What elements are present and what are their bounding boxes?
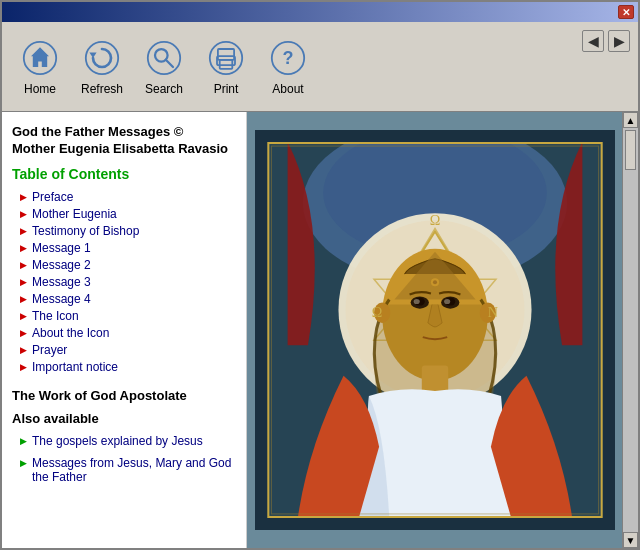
search-label: Search [145,82,183,96]
main-title: God the Father Messages © [12,124,236,139]
svg-point-24 [432,280,436,284]
forward-arrow[interactable]: ▶ [608,30,630,52]
svg-text:Ν: Ν [487,304,497,320]
scrollbar-track [623,128,638,532]
toolbar: Home Refresh Search [2,22,638,112]
about-label: About [272,82,303,96]
print-icon [206,38,246,78]
print-button[interactable]: Print [196,28,256,106]
svg-marker-3 [89,52,96,57]
svg-text:?: ? [283,48,294,68]
home-label: Home [24,82,56,96]
about-button[interactable]: ? About [258,28,318,106]
svg-point-29 [413,299,419,304]
svg-point-4 [148,41,180,73]
scrollbar: ▲ ▼ [622,112,638,548]
also-item-gospels[interactable]: The gospels explained by Jesus [20,434,236,448]
toc-list: Preface Mother Eugenia Testimony of Bish… [20,190,236,374]
about-icon: ? [268,38,308,78]
toc-item-message2[interactable]: Message 2 [20,258,236,272]
toc-item-testimony[interactable]: Testimony of Bishop [20,224,236,238]
toc-item-message4[interactable]: Message 4 [20,292,236,306]
svg-line-6 [166,59,173,66]
right-panel: Ω Ω Ν [247,112,622,548]
image-frame: Ω Ω Ν [255,130,615,530]
navigation-arrows: ◀ ▶ [582,30,630,52]
title-bar: ✕ [2,2,638,22]
left-panel: God the Father Messages © Mother Eugenia… [2,112,247,548]
home-icon [20,38,60,78]
main-window: ✕ Home Refresh [0,0,640,550]
refresh-button[interactable]: Refresh [72,28,132,106]
also-available-label: Also available [12,411,236,426]
toc-item-message3[interactable]: Message 3 [20,275,236,289]
subtitle: Mother Eugenia Elisabetta Ravasio [12,141,236,156]
refresh-icon [82,38,122,78]
back-arrow[interactable]: ◀ [582,30,604,52]
scrollbar-up-button[interactable]: ▲ [623,112,638,128]
search-icon [144,38,184,78]
section-label: The Work of God Apostolate [12,388,236,403]
toc-item-mother-eugenia[interactable]: Mother Eugenia [20,207,236,221]
print-label: Print [214,82,239,96]
toc-item-important[interactable]: Important notice [20,360,236,374]
scrollbar-thumb[interactable] [625,130,636,170]
scrollbar-down-button[interactable]: ▼ [623,532,638,548]
toc-item-about-icon[interactable]: About the Icon [20,326,236,340]
toc-item-icon[interactable]: The Icon [20,309,236,323]
svg-text:Ω: Ω [429,212,440,228]
close-button[interactable]: ✕ [618,5,634,19]
refresh-label: Refresh [81,82,123,96]
also-list: The gospels explained by Jesus Messages … [20,434,236,484]
search-button[interactable]: Search [134,28,194,106]
svg-text:Ω: Ω [371,304,382,320]
also-item-messages[interactable]: Messages from Jesus, Mary and God the Fa… [20,456,236,484]
svg-rect-8 [218,49,234,60]
icon-image: Ω Ω Ν [267,142,603,518]
home-button[interactable]: Home [10,28,70,106]
svg-point-2 [86,41,118,73]
content-area: God the Father Messages © Mother Eugenia… [2,112,638,548]
toc-heading: Table of Contents [12,166,236,182]
toc-item-prayer[interactable]: Prayer [20,343,236,357]
toc-item-message1[interactable]: Message 1 [20,241,236,255]
toc-item-preface[interactable]: Preface [20,190,236,204]
svg-point-30 [444,299,450,304]
svg-marker-1 [31,47,49,67]
